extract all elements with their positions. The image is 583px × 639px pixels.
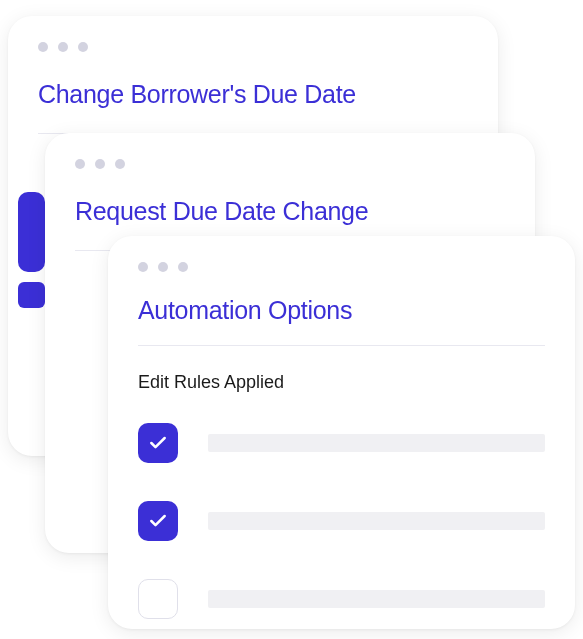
check-icon	[148, 511, 168, 531]
rule-row	[138, 501, 545, 541]
divider	[138, 345, 545, 346]
window-dot	[78, 42, 88, 52]
window-controls	[138, 262, 545, 272]
rule-checkbox[interactable]	[138, 501, 178, 541]
window-title: Change Borrower's Due Date	[38, 80, 468, 109]
window-controls	[38, 42, 468, 52]
rule-row	[138, 423, 545, 463]
rule-checkbox[interactable]	[138, 423, 178, 463]
window-dot	[178, 262, 188, 272]
window-dot	[138, 262, 148, 272]
rule-checkbox[interactable]	[138, 579, 178, 619]
window-dot	[158, 262, 168, 272]
decorative-accent	[18, 282, 45, 308]
rules-list	[108, 423, 575, 619]
section-label: Edit Rules Applied	[138, 372, 545, 393]
decorative-accent	[18, 192, 45, 272]
window-title: Automation Options	[138, 296, 545, 325]
window-controls	[75, 159, 505, 169]
window-dot	[38, 42, 48, 52]
rule-label-placeholder	[208, 434, 545, 452]
rule-label-placeholder	[208, 590, 545, 608]
window-dot	[75, 159, 85, 169]
rule-label-placeholder	[208, 512, 545, 530]
window-dot	[58, 42, 68, 52]
window-title: Request Due Date Change	[75, 197, 505, 226]
rule-row	[138, 579, 545, 619]
check-icon	[148, 433, 168, 453]
window-dot	[95, 159, 105, 169]
window-automation-options: Automation Options Edit Rules Applied	[108, 236, 575, 629]
window-dot	[115, 159, 125, 169]
